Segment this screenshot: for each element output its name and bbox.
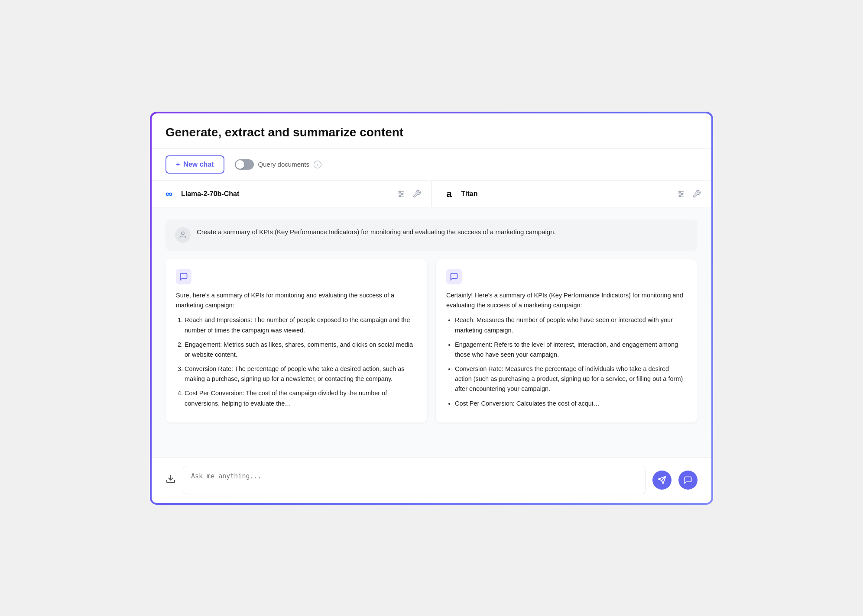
svg-point-4	[401, 193, 402, 194]
model-name-titan: Titan	[461, 190, 672, 198]
info-icon[interactable]: i	[314, 161, 321, 168]
plus-icon: +	[176, 161, 180, 168]
input-bar	[152, 458, 711, 503]
toolbar: + New chat Query documents i	[152, 148, 711, 181]
new-chat-label: New chat	[183, 161, 214, 168]
list-item: Reach and Impressions: The number of peo…	[185, 315, 417, 335]
meta-logo: ∞	[162, 187, 176, 201]
svg-point-9	[679, 191, 681, 192]
models-bar: ∞ Llama-2-70b-Chat	[152, 181, 711, 207]
svg-point-11	[679, 195, 681, 197]
response-intro-titan: Certainly! Here's a summary of KPIs (Key…	[446, 292, 683, 309]
send-button[interactable]	[652, 471, 672, 490]
query-docs-label: Query documents	[258, 161, 309, 168]
wrench-icon-llama[interactable]	[412, 190, 421, 198]
response-card-llama: Sure, here's a summary of KPIs for monit…	[165, 259, 427, 422]
download-icon[interactable]	[165, 474, 176, 487]
chat-input-wrap	[183, 466, 646, 494]
list-item: Cost Per Conversion: Calculates the cost…	[455, 399, 687, 409]
sliders-icon-llama[interactable]	[397, 190, 406, 198]
svg-point-3	[399, 191, 400, 192]
list-item: Conversion Rate: The percentage of peopl…	[185, 364, 417, 384]
svg-point-10	[681, 193, 683, 194]
response-icon-llama	[176, 269, 191, 284]
chat-fab-button[interactable]	[678, 471, 698, 490]
query-docs-toggle: Query documents i	[235, 159, 321, 170]
list-item: Reach: Measures the number of people who…	[455, 315, 687, 335]
model-name-llama: Llama-2-70b-Chat	[181, 190, 392, 198]
list-item: Engagement: Metrics such as likes, share…	[185, 340, 417, 360]
amazon-logo: a	[442, 187, 456, 201]
response-card-titan: Certainly! Here's a summary of KPIs (Key…	[436, 259, 698, 422]
response-header-titan	[446, 269, 687, 284]
response-header-llama	[176, 269, 417, 284]
list-item: Engagement: Refers to the level of inter…	[455, 340, 687, 360]
model-icons-llama	[397, 190, 421, 198]
page-title: Generate, extract and summarize content	[152, 113, 711, 148]
responses-grid: Sure, here's a summary of KPIs for monit…	[165, 259, 698, 422]
response-text-llama: Sure, here's a summary of KPIs for monit…	[176, 290, 417, 409]
chat-input[interactable]	[191, 472, 637, 488]
response-text-titan: Certainly! Here's a summary of KPIs (Key…	[446, 290, 687, 409]
response-intro-llama: Sure, here's a summary of KPIs for monit…	[176, 292, 394, 309]
response-icon-titan	[446, 269, 462, 284]
user-avatar	[175, 227, 191, 243]
new-chat-button[interactable]: + New chat	[165, 155, 224, 174]
list-item: Cost Per Conversion: The cost of the cam…	[185, 388, 417, 408]
model-icons-titan	[677, 190, 701, 198]
model-header-llama: ∞ Llama-2-70b-Chat	[152, 181, 432, 207]
user-message: Create a summary of KPIs (Key Performanc…	[165, 219, 698, 251]
svg-point-5	[399, 195, 400, 197]
query-docs-switch[interactable]	[235, 159, 254, 170]
wrench-icon-titan[interactable]	[692, 190, 701, 198]
model-header-titan: a Titan	[432, 181, 712, 207]
chat-area: Create a summary of KPIs (Key Performanc…	[152, 207, 711, 458]
app-outer-border: Generate, extract and summarize content …	[150, 112, 713, 505]
svg-point-12	[182, 232, 185, 235]
app-container: Generate, extract and summarize content …	[152, 113, 711, 503]
sliders-icon-titan[interactable]	[677, 190, 685, 198]
user-message-text: Create a summary of KPIs (Key Performanc…	[197, 227, 556, 237]
list-item: Conversion Rate: Measures the percentage…	[455, 364, 687, 394]
